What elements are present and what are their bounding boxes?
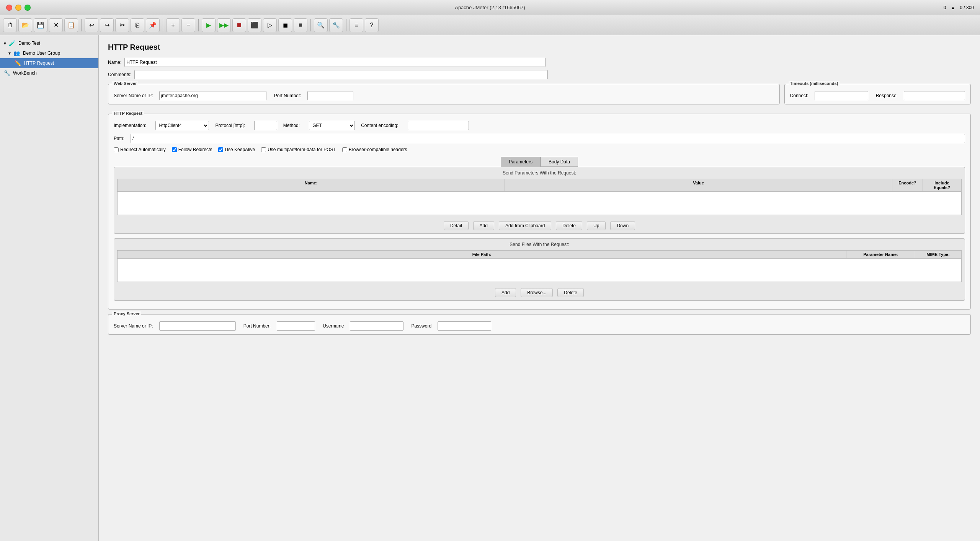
comments-row: Comments: — [108, 70, 971, 79]
checkbox-row: Redirect Automatically Follow Redirects … — [114, 147, 965, 152]
remote-run-button[interactable]: ▷ — [263, 18, 277, 32]
sidebar-item-http-request[interactable]: ✏️ HTTP Request — [0, 58, 98, 68]
proxy-row: Server Name or IP: Port Number: Username… — [114, 321, 965, 331]
web-server-legend: Web Server — [112, 81, 138, 86]
add-button[interactable]: + — [166, 18, 180, 32]
follow-redirects-checkbox[interactable] — [172, 147, 177, 152]
run-nopause-button[interactable]: ▶▶ — [217, 18, 231, 32]
undo-button[interactable]: ↩ — [85, 18, 98, 32]
window-controls[interactable] — [6, 5, 31, 11]
files-table: File Path: Parameter Name: MIME Type: — [117, 250, 962, 282]
timeouts-legend: Timeouts (milliseconds) — [789, 81, 840, 86]
down-button[interactable]: Down — [610, 221, 635, 230]
server-name-input[interactable] — [159, 91, 266, 100]
proxy-legend: Proxy Server — [112, 311, 141, 316]
name-input[interactable] — [124, 58, 546, 67]
detail-button[interactable]: Detail — [444, 221, 469, 230]
add-param-button[interactable]: Add — [473, 221, 494, 230]
name-row: Name: — [108, 58, 971, 67]
multipart-checkbox[interactable] — [261, 147, 266, 152]
close-button[interactable] — [6, 5, 12, 11]
maximize-button[interactable] — [24, 5, 31, 11]
remote-stop-button[interactable]: ◼ — [278, 18, 292, 32]
minimize-button[interactable] — [15, 5, 21, 11]
stop-button[interactable]: ⏹ — [232, 18, 246, 32]
save-button[interactable]: 💾 — [34, 18, 47, 32]
proxy-username-label: Username — [323, 323, 344, 329]
col-equals: Include Equals? — [923, 179, 961, 191]
server-name-label: Server Name or IP: — [114, 93, 153, 98]
encoding-label: Content encoding: — [361, 123, 398, 128]
help-button[interactable]: ? — [365, 18, 379, 32]
delete-file-button[interactable]: Delete — [557, 288, 584, 297]
sidebar-item-demo-user-group[interactable]: ▼ 👥 Demo User Group — [0, 48, 98, 58]
http-request-icon: ✏️ — [14, 59, 21, 67]
templates-button[interactable]: 📋 — [64, 18, 78, 32]
paste-button[interactable]: 📌 — [146, 18, 160, 32]
separator-5 — [346, 19, 346, 31]
demo-test-icon: 🧪 — [8, 39, 16, 47]
copy-button[interactable]: ⎘ — [131, 18, 144, 32]
titlebar: Apache JMeter (2.13 r1665067) 0 ▲ 0 / 30… — [0, 0, 980, 15]
cut-button[interactable]: ✂ — [115, 18, 129, 32]
function-helper-button[interactable]: ≡ — [350, 18, 363, 32]
window-title: Apache JMeter (2.13 r1665067) — [455, 5, 525, 10]
proxy-username-input[interactable] — [350, 321, 403, 331]
path-input[interactable] — [131, 134, 965, 143]
sidebar-item-demo-test[interactable]: ▼ 🧪 Demo Test — [0, 38, 98, 48]
proxy-port-input[interactable] — [277, 321, 315, 331]
keepalive-checkbox[interactable] — [218, 147, 223, 152]
open-button[interactable]: 📂 — [18, 18, 32, 32]
browser-compat-checkbox[interactable] — [342, 147, 347, 152]
browse-button[interactable]: Browse... — [521, 288, 553, 297]
up-button[interactable]: Up — [587, 221, 606, 230]
method-select[interactable]: GET POST PUT DELETE HEAD OPTIONS PATCH — [309, 121, 355, 130]
demo-user-group-label: Demo User Group — [23, 51, 60, 56]
sidebar-item-workbench[interactable]: 🔧 WorkBench — [0, 68, 98, 78]
run-button[interactable]: ▶ — [202, 18, 216, 32]
proxy-server-fieldset: Proxy Server Server Name or IP: Port Num… — [108, 314, 971, 335]
proxy-password-input[interactable] — [438, 321, 491, 331]
progress-indicator: 0 / 300 — [960, 5, 974, 10]
add-clipboard-button[interactable]: Add from Clipboard — [499, 221, 551, 230]
demo-test-label: Demo Test — [18, 41, 40, 46]
delete-param-button[interactable]: Delete — [556, 221, 582, 230]
add-file-button[interactable]: Add — [495, 288, 516, 297]
new-button[interactable]: 🗒 — [3, 18, 17, 32]
redo-button[interactable]: ↪ — [100, 18, 114, 32]
content-area: HTTP Request Name: Comments: Web Server … — [99, 35, 980, 541]
remote-stop-all-button[interactable]: ◾ — [294, 18, 307, 32]
response-input[interactable] — [904, 91, 965, 100]
proxy-port-label: Port Number: — [243, 323, 271, 329]
params-table: Name: Value Encode? Include Equals? — [117, 179, 962, 215]
port-number-input[interactable] — [307, 91, 353, 100]
tab-body-data[interactable]: Body Data — [541, 157, 578, 167]
param-name-col: Parameter Name: — [846, 251, 915, 258]
comments-label: Comments: — [108, 72, 131, 77]
comments-input[interactable] — [134, 70, 548, 79]
tab-parameters[interactable]: Parameters — [501, 157, 541, 167]
separator-2 — [163, 19, 163, 31]
name-label: Name: — [108, 60, 121, 65]
remove-button[interactable]: − — [181, 18, 195, 32]
proxy-server-input[interactable] — [159, 321, 236, 331]
impl-select[interactable]: HttpClient4 HttpClient3.1 Java — [155, 121, 209, 130]
config-button[interactable]: 🔧 — [329, 18, 343, 32]
connect-input[interactable] — [815, 91, 868, 100]
col-name: Name: — [118, 179, 505, 191]
protocol-label: Protocol [http]: — [215, 123, 245, 128]
files-title: Send Files With the Request: — [114, 239, 965, 250]
encoding-input[interactable] — [408, 121, 469, 130]
page-title: HTTP Request — [108, 43, 971, 52]
proxy-server-label: Server Name or IP: — [114, 323, 153, 329]
search-button[interactable]: 🔍 — [314, 18, 328, 32]
response-label: Response: — [876, 93, 898, 98]
expand-arrow-demo-test: ▼ — [3, 41, 7, 46]
stop-all-button[interactable]: ⬛ — [248, 18, 261, 32]
http-request-label: HTTP Request — [24, 60, 54, 66]
protocol-input[interactable] — [254, 121, 277, 130]
revert-button[interactable]: ✕ — [49, 18, 63, 32]
keepalive-label: Use KeepAlive — [225, 147, 255, 152]
multipart-item: Use multipart/form-data for POST — [261, 147, 336, 152]
redirect-auto-checkbox[interactable] — [114, 147, 119, 152]
